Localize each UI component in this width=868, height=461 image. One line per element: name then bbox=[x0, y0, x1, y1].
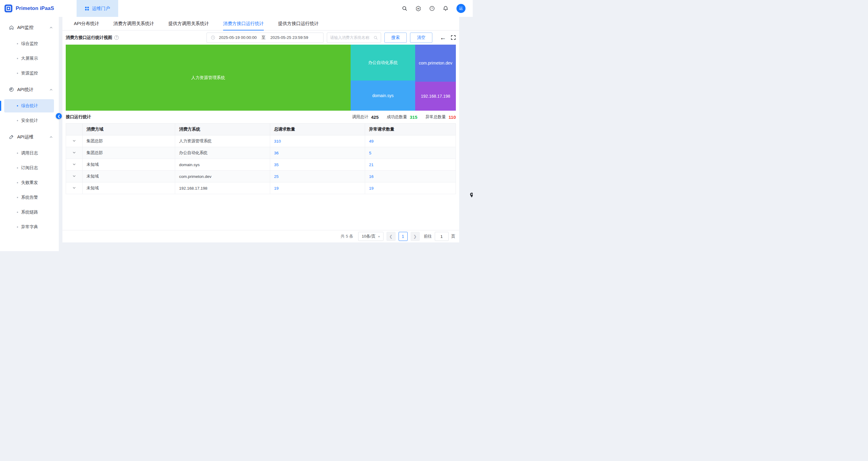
chevron-up-icon bbox=[50, 88, 53, 91]
stats-section-title: 接口运行统计 bbox=[66, 114, 91, 120]
cell-total-requests-link[interactable]: 35 bbox=[274, 162, 279, 167]
prev-page-icon: ❮ bbox=[389, 234, 393, 239]
date-range-picker[interactable]: 2025-05-19 00:00:00 至 2025-05-25 23:59:5… bbox=[207, 33, 323, 43]
portal-tab-operations[interactable]: 运维门户 bbox=[76, 0, 118, 17]
stats-summary: 调用总计 425 成功总数量 315 异常总数量 110 bbox=[352, 114, 456, 120]
sidebar-item[interactable]: 失败重发 bbox=[4, 176, 54, 189]
cell-error-requests-link[interactable]: 5 bbox=[369, 151, 371, 155]
sidebar-item-label: 系统告警 bbox=[21, 195, 38, 200]
avatar[interactable]: 运 bbox=[457, 4, 466, 13]
bullet-dot bbox=[17, 153, 18, 154]
brand-name: Primeton iPaaS bbox=[16, 5, 54, 11]
cell-total-requests-link[interactable]: 25 bbox=[274, 174, 279, 179]
tab-item[interactable]: 提供方调用关系统计 bbox=[168, 17, 209, 30]
chevron-down-icon: ▾ bbox=[378, 235, 379, 238]
sidebar-item-label: 综合监控 bbox=[21, 41, 38, 47]
prev-page-button[interactable]: ❮ bbox=[386, 232, 396, 241]
sidebar-item-label: 调用日志 bbox=[21, 150, 38, 156]
clear-button[interactable]: 清空 bbox=[410, 33, 432, 43]
page-number-button[interactable]: 1 bbox=[399, 232, 408, 241]
treemap-node[interactable]: 办公自动化系统 bbox=[351, 44, 415, 81]
sidebar-item[interactable]: 综合监控 bbox=[4, 37, 54, 50]
main-content: API分布统计消费方调用关系统计提供方调用关系统计消费方接口运行统计提供方接口运… bbox=[62, 17, 459, 242]
chevron-up-icon bbox=[50, 135, 53, 139]
consumer-search-input[interactable] bbox=[330, 35, 374, 40]
sidebar-item[interactable]: 大屏展示 bbox=[4, 52, 54, 65]
cell-total-requests-link[interactable]: 19 bbox=[274, 186, 279, 190]
treemap-node[interactable]: com.primeton.dev bbox=[415, 44, 456, 82]
cell-total-requests-link[interactable]: 310 bbox=[274, 139, 281, 144]
table-row: 未知域 domain.sys 35 21 bbox=[66, 159, 456, 171]
row-expand-chevron-down-icon[interactable] bbox=[72, 174, 76, 178]
sidebar-item[interactable]: 综合统计 bbox=[4, 99, 54, 113]
app-root: Primeton iPaaS 运维门户 AI ? 运 bbox=[0, 0, 473, 251]
goto-page-input[interactable] bbox=[435, 232, 448, 241]
fullscreen-icon[interactable] bbox=[451, 35, 456, 40]
ai-assistant-icon[interactable]: AI bbox=[415, 6, 421, 11]
treemap-node[interactable]: 人力资源管理系统 bbox=[66, 44, 351, 111]
bullet-dot bbox=[17, 167, 18, 168]
bullet-dot bbox=[17, 226, 18, 228]
chevron-up-icon bbox=[50, 26, 53, 29]
bullet-dot bbox=[17, 182, 18, 183]
sidebar-item[interactable]: 系统链路 bbox=[4, 206, 54, 219]
table-head-row: 消费方域消费方系统总请求数量异常请求数量 bbox=[66, 124, 456, 135]
sidebar-item[interactable]: 安全统计 bbox=[4, 114, 54, 127]
bullet-dot bbox=[17, 43, 18, 44]
treemap-node[interactable]: 192.168.17.198 bbox=[415, 82, 456, 111]
sidebar-section[interactable]: API监控 bbox=[0, 19, 59, 36]
treemap-node-label: 人力资源管理系统 bbox=[191, 75, 225, 81]
info-icon[interactable]: ? bbox=[114, 35, 119, 40]
back-arrow-icon[interactable]: ← bbox=[440, 34, 446, 41]
cell-consumer-system: 办公自动化系统 bbox=[175, 147, 270, 159]
date-separator: 至 bbox=[261, 35, 266, 40]
cell-error-requests-link[interactable]: 21 bbox=[369, 162, 374, 167]
bell-icon[interactable] bbox=[443, 6, 448, 11]
location-pin-icon[interactable] bbox=[469, 192, 473, 199]
search-icon[interactable] bbox=[402, 6, 407, 11]
cell-error-requests-link[interactable]: 49 bbox=[369, 139, 374, 144]
next-page-button[interactable]: ❯ bbox=[411, 232, 420, 241]
sidebar-item[interactable]: 系统告警 bbox=[4, 191, 54, 204]
sidebar-collapse-button[interactable]: ❮ bbox=[56, 113, 62, 119]
column-header: 异常请求数量 bbox=[365, 124, 456, 135]
row-expand-chevron-down-icon[interactable] bbox=[72, 186, 76, 190]
stat-total-value: 425 bbox=[371, 115, 379, 120]
sidebar-item[interactable]: 调用日志 bbox=[4, 147, 54, 160]
row-expand-chevron-down-icon[interactable] bbox=[72, 139, 76, 143]
tab-bar: API分布统计消费方调用关系统计提供方调用关系统计消费方接口运行统计提供方接口运… bbox=[62, 17, 459, 30]
sidebar-section[interactable]: API统计 bbox=[0, 82, 59, 98]
sidebar-section[interactable]: API运维 bbox=[0, 129, 59, 145]
date-start: 2025-05-19 00:00:00 bbox=[219, 35, 256, 40]
sidebar-section-label: API运维 bbox=[17, 134, 33, 140]
sidebar-item-label: 大屏展示 bbox=[21, 56, 38, 61]
sidebar-item[interactable]: 资源监控 bbox=[4, 67, 54, 80]
treemap-node-label: domain.sys bbox=[372, 93, 394, 98]
stat-error-label: 异常总数量 bbox=[425, 114, 446, 120]
top-header: Primeton iPaaS 运维门户 AI ? 运 bbox=[0, 0, 473, 17]
page-size-select[interactable]: 10条/页 ▾ bbox=[358, 232, 383, 241]
goto-prefix: 前往 bbox=[424, 234, 432, 239]
row-expand-chevron-down-icon[interactable] bbox=[72, 151, 76, 154]
sidebar-item[interactable]: 异常字典 bbox=[4, 220, 54, 234]
tab-item[interactable]: 消费方调用关系统计 bbox=[113, 17, 154, 30]
cell-error-requests-link[interactable]: 19 bbox=[369, 186, 374, 190]
sidebar-section-label: API监控 bbox=[17, 25, 33, 30]
tab-item[interactable]: 消费方接口运行统计 bbox=[223, 17, 264, 30]
toolbar-actions: 2025-05-19 00:00:00 至 2025-05-25 23:59:5… bbox=[207, 33, 456, 43]
pagination: 共 5 条 10条/页 ▾ ❮ 1 ❯ 前往 页 bbox=[62, 230, 459, 242]
tab-item[interactable]: API分布统计 bbox=[74, 17, 99, 30]
search-button[interactable]: 搜索 bbox=[384, 33, 407, 43]
grid-icon bbox=[85, 6, 89, 11]
cell-total-requests-link[interactable]: 36 bbox=[274, 151, 279, 155]
treemap-node[interactable]: domain.sys bbox=[351, 81, 415, 111]
sidebar-item[interactable]: 订阅日志 bbox=[4, 161, 54, 175]
help-icon[interactable]: ? bbox=[429, 6, 435, 11]
goto-page: 前往 页 bbox=[424, 232, 456, 241]
cell-consumer-system: domain.sys bbox=[175, 159, 270, 171]
treemap-node-label: 办公自动化系统 bbox=[368, 60, 398, 65]
cell-error-requests-link[interactable]: 16 bbox=[369, 174, 374, 179]
row-expand-chevron-down-icon[interactable] bbox=[72, 162, 76, 166]
tab-item[interactable]: 提供方接口运行统计 bbox=[278, 17, 319, 30]
sidebar-item-label: 异常字典 bbox=[21, 224, 38, 230]
